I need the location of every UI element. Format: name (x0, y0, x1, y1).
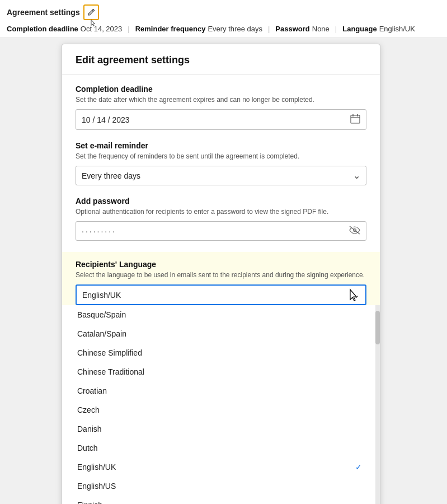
language-label: Recipients' Language (76, 260, 366, 269)
pencil-icon (87, 8, 96, 17)
language-desc: Select the language to be used in emails… (76, 271, 366, 279)
language-list-wrapper: Basque/Spain Catalan/Spain Chinese Simpl… (62, 305, 380, 504)
header-meta: Completion deadline Oct 14, 2023 | Remin… (7, 24, 440, 33)
modal-panel: Edit agreement settings Completion deadl… (62, 44, 380, 504)
meta-password-value: None (312, 25, 330, 33)
checkmark-icon: ✓ (355, 463, 362, 472)
meta-deadline-value: Oct 14, 2023 (81, 25, 122, 33)
completion-deadline-desc: Set the date after which the agreement e… (76, 96, 366, 104)
edit-button[interactable] (83, 4, 99, 20)
scrollbar-thumb[interactable] (375, 311, 380, 344)
lang-option-english-us[interactable]: English/US (62, 477, 375, 496)
eye-slash-icon[interactable] (349, 226, 360, 236)
lang-option-catalan[interactable]: Catalan/Spain (62, 324, 375, 343)
meta-password-label: Password (275, 25, 309, 33)
lang-option-croatian[interactable]: Croatian (62, 381, 375, 400)
modal-title: Edit agreement settings (76, 54, 366, 66)
language-dropdown[interactable]: English/UK ⌄ (76, 284, 366, 305)
lang-option-czech[interactable]: Czech (62, 400, 375, 419)
email-reminder-desc: Set the frequency of reminders to be sen… (76, 152, 366, 160)
lang-option-basque[interactable]: Basque/Spain (62, 305, 375, 324)
password-desc: Optional authentication for recipients t… (76, 208, 366, 216)
meta-language-label: Language (342, 25, 377, 33)
language-selected: English/UK (82, 291, 352, 300)
meta-reminder-value: Every three days (208, 25, 262, 33)
lang-option-finnish[interactable]: Finnish (62, 496, 375, 504)
language-list: Basque/Spain Catalan/Spain Chinese Simpl… (62, 305, 375, 504)
completion-deadline-label: Completion deadline (76, 85, 366, 94)
lang-option-dutch[interactable]: Dutch (62, 438, 375, 458)
lang-option-chinese-traditional[interactable]: Chinese Traditional (62, 362, 375, 381)
language-list-container: Basque/Spain Catalan/Spain Chinese Simpl… (62, 305, 380, 504)
meta-deadline-label: Completion deadline (7, 25, 78, 33)
lang-option-chinese-simplified[interactable]: Chinese Simplified (62, 343, 375, 362)
password-value: ········· (82, 227, 349, 236)
date-value: 10 / 14 / 2023 (82, 115, 350, 124)
completion-deadline-section: Completion deadline Set the date after w… (76, 85, 366, 130)
email-reminder-section: Set e-mail reminder Set the frequency of… (76, 141, 366, 185)
email-reminder-label: Set e-mail reminder (76, 141, 366, 150)
meta-language-value: English/UK (379, 25, 415, 33)
header-title: Agreement settings (7, 8, 80, 17)
date-input[interactable]: 10 / 14 / 2023 (76, 109, 366, 130)
language-section: Recipients' Language Select the language… (62, 252, 380, 305)
meta-reminder-label: Reminder frequency (135, 25, 206, 33)
modal-header: Edit agreement settings (62, 44, 380, 74)
calendar-icon[interactable] (350, 114, 360, 125)
modal-body: Completion deadline Set the date after w… (62, 74, 380, 504)
lang-option-english-uk[interactable]: English/UK ✓ (62, 458, 375, 477)
chevron-down-icon: ⌄ (353, 170, 360, 181)
password-label: Add password (76, 197, 366, 206)
password-section: Add password Optional authentication for… (76, 197, 366, 241)
scrollbar[interactable] (375, 305, 380, 504)
lang-option-danish[interactable]: Danish (62, 419, 375, 438)
header-bar: Agreement settings Completion deadline O… (0, 0, 447, 38)
reminder-dropdown[interactable]: Every three days ⌄ (76, 166, 366, 185)
password-input[interactable]: ········· (76, 221, 366, 241)
chevron-down-icon: ⌄ (352, 290, 360, 300)
svg-rect-0 (351, 115, 360, 123)
reminder-selected: Every three days (82, 171, 353, 180)
